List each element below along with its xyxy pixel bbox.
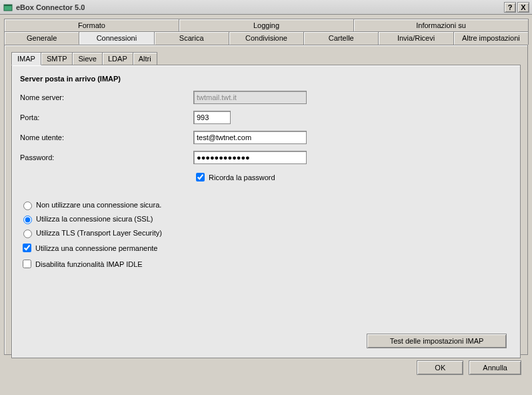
username-input[interactable] bbox=[193, 131, 307, 144]
password-label: Password: bbox=[20, 153, 193, 161]
subtab-imap[interactable]: IMAP bbox=[11, 52, 41, 65]
persistent-conn-checkbox[interactable] bbox=[23, 244, 31, 252]
tab-cartelle[interactable]: Cartelle bbox=[303, 31, 379, 45]
subtab-altri[interactable]: Altri bbox=[133, 52, 157, 65]
no-secure-label: Non utilizzare una connessione sicura. bbox=[36, 201, 161, 209]
ssl-radio[interactable] bbox=[23, 216, 32, 224]
port-input[interactable] bbox=[193, 111, 231, 124]
help-button[interactable]: ? bbox=[504, 2, 516, 13]
disable-idle-label: Disabilita funzionalità IMAP IDLE bbox=[35, 260, 143, 268]
close-button[interactable]: X bbox=[517, 2, 529, 13]
window-title: eBox Connector 5.0 bbox=[16, 3, 503, 11]
tab-formato[interactable]: Formato bbox=[4, 19, 179, 31]
ssl-label: Utilizza la connessione sicura (SSL) bbox=[36, 215, 153, 223]
password-input[interactable] bbox=[193, 151, 307, 164]
tls-radio[interactable] bbox=[23, 230, 32, 238]
ok-button[interactable]: OK bbox=[417, 360, 463, 375]
tab-connessioni[interactable]: Connessioni bbox=[79, 31, 154, 45]
imap-panel: Server posta in arrivo (IMAP) Nome serve… bbox=[11, 65, 521, 358]
tab-generale[interactable]: Generale bbox=[4, 31, 79, 45]
server-label: Nome server: bbox=[20, 93, 193, 101]
no-secure-radio[interactable] bbox=[23, 202, 32, 210]
persistent-conn-label: Utilizza una connessione permanente bbox=[35, 244, 157, 252]
titlebar: eBox Connector 5.0 ? X bbox=[0, 0, 532, 15]
tls-label: Utilizza TLS (Transport Layer Security) bbox=[36, 229, 162, 237]
svg-rect-1 bbox=[4, 5, 12, 6]
section-title: Server posta in arrivo (IMAP) bbox=[20, 75, 512, 83]
remember-password-checkbox[interactable] bbox=[196, 173, 205, 181]
tab-logging[interactable]: Logging bbox=[179, 19, 354, 31]
connessioni-panel: IMAP SMTP Sieve LDAP Altri Server posta … bbox=[4, 45, 528, 355]
tab-invia-ricevi[interactable]: Invia/Ricevi bbox=[378, 31, 453, 45]
cancel-button[interactable]: Annulla bbox=[469, 360, 521, 375]
subtab-sieve[interactable]: Sieve bbox=[72, 52, 103, 65]
server-input bbox=[193, 91, 307, 104]
subtab-ldap[interactable]: LDAP bbox=[102, 52, 133, 65]
port-label: Porta: bbox=[20, 113, 193, 121]
tab-altre-impostazioni[interactable]: Altre impostazioni bbox=[453, 31, 529, 45]
tab-condivisione[interactable]: Condivisione bbox=[229, 31, 304, 45]
disable-idle-checkbox[interactable] bbox=[23, 260, 31, 268]
test-imap-button[interactable]: Test delle impostazioni IMAP bbox=[367, 334, 507, 348]
app-icon bbox=[3, 2, 13, 13]
user-label: Nome utente: bbox=[20, 133, 193, 141]
remember-password-label: Ricorda la password bbox=[209, 173, 275, 181]
tab-scarica[interactable]: Scarica bbox=[154, 31, 229, 45]
subtab-smtp[interactable]: SMTP bbox=[41, 52, 73, 65]
tab-informazioni[interactable]: Informazioni su bbox=[353, 19, 529, 31]
